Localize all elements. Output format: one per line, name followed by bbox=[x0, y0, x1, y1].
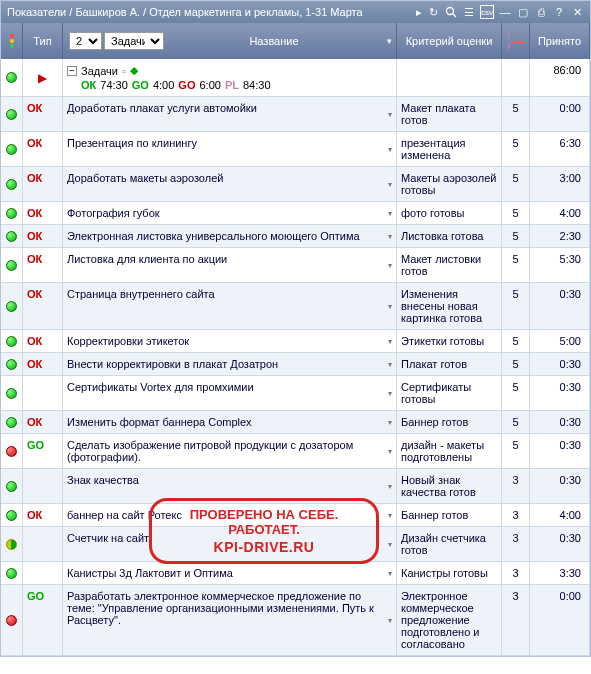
chevron-down-icon[interactable]: ▾ bbox=[388, 389, 392, 398]
header-name-label[interactable]: Название bbox=[168, 35, 380, 47]
type-cell bbox=[23, 527, 63, 561]
table-row[interactable]: ОКбаннер на сайт Ротекс▾Баннер готов34:0… bbox=[1, 504, 590, 527]
accepted-cell: 4:00 bbox=[530, 202, 590, 224]
status-dot bbox=[6, 388, 17, 399]
table-row[interactable]: Сертификаты Vortex для промхимии▾Сертифи… bbox=[1, 376, 590, 411]
chevron-down-icon[interactable]: ▾ bbox=[388, 302, 392, 311]
status-dot bbox=[6, 109, 17, 120]
accepted-cell: 0:30 bbox=[530, 434, 590, 468]
doc-icon[interactable]: ▫ bbox=[122, 65, 126, 77]
accepted-cell: 5:30 bbox=[530, 248, 590, 282]
accepted-cell: 6:30 bbox=[530, 132, 590, 166]
collapse-icon[interactable]: − bbox=[67, 66, 77, 76]
criteria-cell: Канистры готовы bbox=[397, 562, 502, 584]
table-row[interactable]: ОКДоработать плакат услуги автомойки▾Мак… bbox=[1, 97, 590, 132]
minimize-icon[interactable]: — bbox=[498, 5, 512, 19]
filter-select[interactable]: Задачи bbox=[104, 32, 164, 50]
status-dot bbox=[6, 144, 17, 155]
criteria-cell: Баннер готов bbox=[397, 504, 502, 526]
table-row[interactable]: Счетчик на сайт▾Дизайн счетчика готов30:… bbox=[1, 527, 590, 562]
chevron-down-icon[interactable]: ▾ bbox=[388, 337, 392, 346]
table-row[interactable]: ОКЛистовка для клиента по акции▾Макет ли… bbox=[1, 248, 590, 283]
search-icon[interactable] bbox=[444, 5, 458, 19]
type-cell bbox=[23, 469, 63, 503]
name-cell: Разработать электронное коммерческое пре… bbox=[63, 585, 397, 655]
summary-accepted: 86:00 bbox=[530, 59, 590, 96]
chevron-down-icon[interactable]: ▾ bbox=[388, 261, 392, 270]
name-cell: Корректировки этикеток▾ bbox=[63, 330, 397, 352]
close-icon[interactable]: ✕ bbox=[570, 5, 584, 19]
table-row[interactable]: ОКВнести корректировки в плакат Дозатрон… bbox=[1, 353, 590, 376]
weight-cell: 5 bbox=[502, 132, 530, 166]
refresh-icon[interactable]: ↻ bbox=[426, 5, 440, 19]
chevron-down-icon[interactable]: ▾ bbox=[388, 209, 392, 218]
weight-cell: 5 bbox=[502, 353, 530, 375]
help-icon[interactable]: ? bbox=[552, 5, 566, 19]
chevron-down-icon[interactable]: ▾ bbox=[388, 616, 392, 625]
table-row[interactable]: ОКИзменить формат баннера Complex▾Баннер… bbox=[1, 411, 590, 434]
weight-cell: 3 bbox=[502, 585, 530, 655]
print-icon[interactable]: ⎙ bbox=[534, 5, 548, 19]
chevron-down-icon[interactable]: ▾ bbox=[388, 110, 392, 119]
table-row[interactable]: Знак качества▾Новый знак качества готов3… bbox=[1, 469, 590, 504]
accepted-cell: 0:30 bbox=[530, 376, 590, 410]
csv-icon[interactable]: csv bbox=[480, 5, 494, 19]
accepted-cell: 0:30 bbox=[530, 353, 590, 375]
play-icon[interactable]: ▶ bbox=[38, 71, 47, 85]
window-icon[interactable]: ▢ bbox=[516, 5, 530, 19]
header-status[interactable] bbox=[1, 23, 23, 59]
accepted-cell: 5:00 bbox=[530, 330, 590, 352]
header-weight[interactable]: ↓ ! bbox=[502, 23, 530, 59]
table-row[interactable]: GOРазработать электронное коммерческое п… bbox=[1, 585, 590, 656]
type-cell: GO bbox=[23, 434, 63, 468]
chevron-down-icon[interactable]: ▾ bbox=[388, 180, 392, 189]
accepted-cell: 2:30 bbox=[530, 225, 590, 247]
weight-cell: 5 bbox=[502, 434, 530, 468]
table-row[interactable]: ОКДоработать макеты аэрозолей▾Макеты аэр… bbox=[1, 167, 590, 202]
chevron-down-icon[interactable]: ▾ bbox=[388, 232, 392, 241]
accepted-cell: 4:00 bbox=[530, 504, 590, 526]
header-type[interactable]: Тип bbox=[23, 23, 63, 59]
status-dot bbox=[6, 510, 17, 521]
type-cell bbox=[23, 562, 63, 584]
level-select[interactable]: 2 bbox=[69, 32, 102, 50]
criteria-cell: Дизайн счетчика готов bbox=[397, 527, 502, 561]
weight-cell: 5 bbox=[502, 411, 530, 433]
list-icon[interactable]: ☰ bbox=[462, 5, 476, 19]
chevron-down-icon[interactable]: ▾ bbox=[388, 447, 392, 456]
status-dot bbox=[6, 568, 17, 579]
table-row[interactable]: GOСделать изображение питровой продукции… bbox=[1, 434, 590, 469]
table-row[interactable]: Канистры 3д Лактовит и Оптима▾Канистры г… bbox=[1, 562, 590, 585]
name-cell: Листовка для клиента по акции▾ bbox=[63, 248, 397, 282]
accepted-cell: 3:30 bbox=[530, 562, 590, 584]
type-cell: ОК bbox=[23, 353, 63, 375]
status-dot bbox=[6, 481, 17, 492]
chevron-down-icon[interactable]: ▾ bbox=[388, 360, 392, 369]
header-accepted[interactable]: Принято bbox=[530, 23, 590, 59]
chevron-down-icon[interactable]: ▾ bbox=[388, 145, 392, 154]
table-row[interactable]: ОКЭлектронная листовка универсального мо… bbox=[1, 225, 590, 248]
weight-cell: 3 bbox=[502, 504, 530, 526]
chevron-down-icon[interactable]: ▾ bbox=[388, 540, 392, 549]
chevron-down-icon[interactable]: ▾ bbox=[388, 511, 392, 520]
chevron-down-icon[interactable]: ▾ bbox=[388, 418, 392, 427]
chevron-down-icon[interactable]: ▾ bbox=[388, 482, 392, 491]
accepted-cell: 0:00 bbox=[530, 97, 590, 131]
chevron-down-icon[interactable]: ▾ bbox=[387, 36, 392, 46]
accepted-cell: 0:30 bbox=[530, 283, 590, 329]
table-row[interactable]: ОККорректировки этикеток▾Этикетки готовы… bbox=[1, 330, 590, 353]
criteria-cell: Сертификаты готовы bbox=[397, 376, 502, 410]
table-row[interactable]: ОКСтраница внутреннего сайта▾Изменения в… bbox=[1, 283, 590, 330]
summary-row[interactable]: ▶ − Задачи ▫ ◆ ОК74:30 GO4:00 GO6:00 PL8… bbox=[1, 59, 590, 97]
chevron-down-icon[interactable]: ▾ bbox=[388, 569, 392, 578]
accepted-cell: 0:00 bbox=[530, 585, 590, 655]
table-row[interactable]: ОКПрезентация по клинингу▾презентация из… bbox=[1, 132, 590, 167]
name-cell: Знак качества▾ bbox=[63, 469, 397, 503]
diamond-icon[interactable]: ◆ bbox=[130, 64, 138, 77]
type-cell: ОК bbox=[23, 97, 63, 131]
name-cell: Презентация по клинингу▾ bbox=[63, 132, 397, 166]
name-cell: Доработать плакат услуги автомойки▾ bbox=[63, 97, 397, 131]
header-criteria[interactable]: Критерий оценки bbox=[397, 23, 502, 59]
table-row[interactable]: ОКФотография губок▾фото готовы54:00 bbox=[1, 202, 590, 225]
type-cell: GO bbox=[23, 585, 63, 655]
